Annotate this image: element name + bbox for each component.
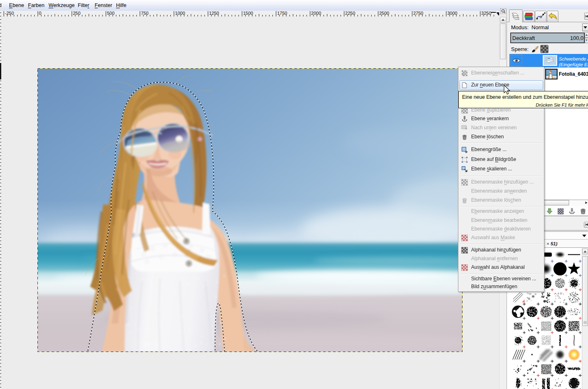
svg-text:250: 250 — [73, 11, 80, 16]
svg-text:3250: 3250 — [481, 11, 491, 16]
svg-text:3000: 3000 — [447, 11, 457, 16]
svg-text:1250: 1250 — [209, 11, 219, 16]
svg-text:2500: 2500 — [379, 11, 389, 16]
svg-text:1500: 1500 — [243, 11, 253, 16]
svg-text:750: 750 — [141, 11, 149, 16]
svg-text:2750: 2750 — [413, 11, 423, 16]
svg-text:500: 500 — [107, 11, 114, 16]
svg-text:2000: 2000 — [311, 11, 321, 16]
svg-text:-250: -250 — [5, 11, 14, 16]
svg-text:0: 0 — [39, 11, 42, 16]
svg-text:2250: 2250 — [345, 11, 355, 16]
svg-text:1750: 1750 — [277, 11, 287, 16]
svg-text:1000: 1000 — [175, 11, 185, 16]
